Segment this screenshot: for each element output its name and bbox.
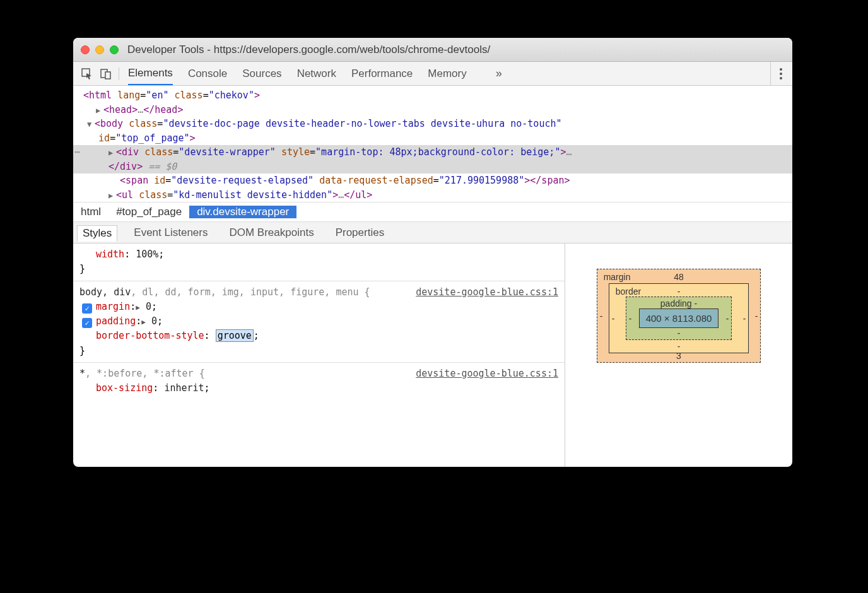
property-toggle-checkbox[interactable]: ✓ bbox=[82, 303, 92, 314]
breadcrumb: html #top_of_page div.devsite-wrapper bbox=[73, 202, 792, 222]
panel-tabs: Elements Console Sources Network Perform… bbox=[128, 62, 502, 85]
minimize-window-button[interactable] bbox=[95, 45, 104, 54]
tab-dom-breakpoints[interactable]: DOM Breakpoints bbox=[224, 225, 319, 240]
tab-network[interactable]: Network bbox=[297, 62, 336, 85]
property-toggle-checkbox[interactable]: ✓ bbox=[82, 318, 92, 328]
dollar-zero-marker: == $0 bbox=[143, 161, 177, 172]
box-model-padding[interactable]: padding - - - - 400 × 8113.080 bbox=[626, 296, 732, 340]
dom-tree: <html lang="en" class="chekov"> ▶<head>…… bbox=[73, 86, 792, 202]
close-window-button[interactable] bbox=[81, 45, 90, 54]
style-rule-0[interactable]: width: 100%; } bbox=[79, 247, 558, 277]
tab-performance[interactable]: Performance bbox=[351, 62, 413, 85]
box-model-border[interactable]: border - - - - padding - - - - 400 × 811… bbox=[609, 283, 749, 353]
tab-console[interactable]: Console bbox=[188, 62, 227, 85]
window-title: Developer Tools - https://developers.goo… bbox=[127, 44, 490, 56]
dom-node-head[interactable]: ▶<head>…</head> bbox=[73, 103, 792, 117]
dom-node-ul[interactable]: ▶<ul class="kd-menulist devsite-hidden">… bbox=[73, 188, 792, 203]
styles-pane: width: 100%; } devsite-google-blue.css:1… bbox=[73, 244, 565, 467]
window-controls bbox=[81, 45, 119, 54]
tab-properties[interactable]: Properties bbox=[331, 225, 389, 240]
tab-event-listeners[interactable]: Event Listeners bbox=[129, 225, 213, 240]
tab-styles[interactable]: Styles bbox=[77, 225, 117, 242]
more-tabs-chevron-icon[interactable]: » bbox=[496, 67, 502, 80]
dom-node-body[interactable]: ▼<body class="devsite-doc-page devsite-h… bbox=[73, 117, 792, 145]
tab-sources[interactable]: Sources bbox=[242, 62, 281, 85]
crumb-top-of-page[interactable]: #top_of_page bbox=[108, 206, 189, 218]
svg-rect-2 bbox=[105, 72, 110, 79]
crumb-html[interactable]: html bbox=[73, 206, 108, 218]
titlebar: Developer Tools - https://developers.goo… bbox=[73, 38, 792, 62]
styles-tabs: Styles Event Listeners DOM Breakpoints P… bbox=[73, 222, 792, 244]
style-rule-2[interactable]: devsite-google-blue.css:1 *, *:before, *… bbox=[79, 367, 558, 396]
dom-node-html[interactable]: <html lang="en" class="chekov"> bbox=[73, 88, 792, 103]
box-model-pane: margin 48 - - 3 border - - - - padding -… bbox=[565, 244, 792, 467]
css-value-editor[interactable]: groove bbox=[216, 329, 254, 342]
inspect-element-icon[interactable] bbox=[81, 68, 93, 80]
dom-node-span[interactable]: <span id="devsite-request-elapsed" data-… bbox=[73, 173, 792, 188]
settings-menu-icon[interactable] bbox=[780, 68, 782, 79]
style-rule-1[interactable]: devsite-google-blue.css:1 body, div, dl,… bbox=[79, 285, 558, 358]
box-model-margin[interactable]: margin 48 - - 3 border - - - - padding -… bbox=[597, 269, 761, 363]
dom-node-div-selected[interactable]: ⋯ ▶<div class="devsite-wrapper" style="m… bbox=[73, 145, 792, 173]
source-link[interactable]: devsite-google-blue.css:1 bbox=[416, 367, 558, 381]
crumb-devsite-wrapper[interactable]: div.devsite-wrapper bbox=[189, 206, 296, 218]
devtools-window: Developer Tools - https://developers.goo… bbox=[73, 38, 792, 467]
box-model-content[interactable]: 400 × 8113.080 bbox=[639, 308, 719, 328]
tab-elements[interactable]: Elements bbox=[128, 62, 173, 85]
main-toolbar: Elements Console Sources Network Perform… bbox=[73, 62, 792, 86]
tab-memory[interactable]: Memory bbox=[428, 62, 466, 85]
zoom-window-button[interactable] bbox=[110, 45, 119, 54]
styles-content: width: 100%; } devsite-google-blue.css:1… bbox=[73, 244, 792, 467]
source-link[interactable]: devsite-google-blue.css:1 bbox=[416, 285, 558, 300]
device-toggle-icon[interactable] bbox=[100, 68, 112, 80]
